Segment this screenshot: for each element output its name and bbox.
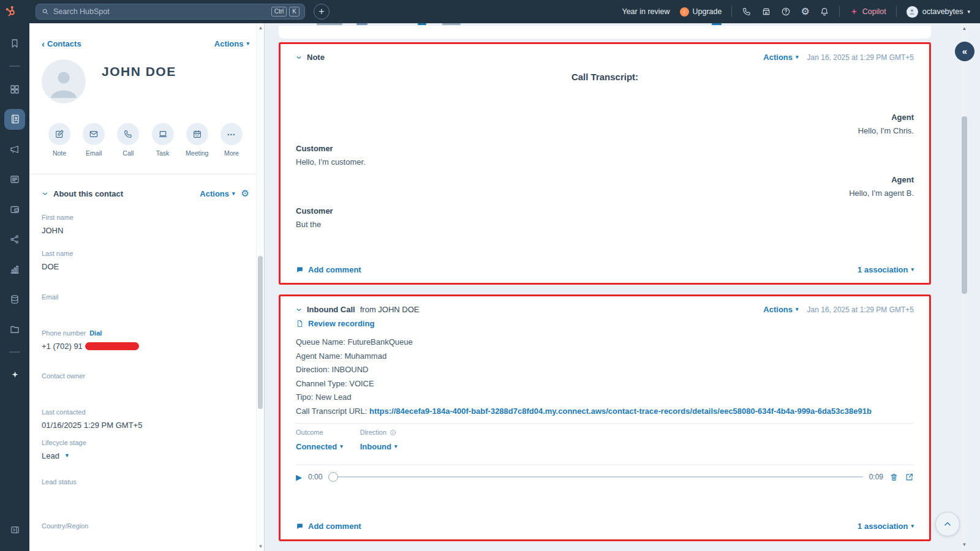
scroll-up-arrow[interactable]: ▲ <box>961 26 968 31</box>
contact-name: JOHN DOE <box>102 64 176 103</box>
marketplace-icon[interactable] <box>761 7 771 17</box>
card-divider <box>296 423 914 424</box>
seek-bar[interactable] <box>328 471 862 482</box>
quick-action-call[interactable]: Call <box>113 123 143 157</box>
chevron-down-icon: ▾ <box>232 191 235 197</box>
call-add-comment-button[interactable]: Add comment <box>296 522 361 531</box>
chevron-down-icon: ▼ <box>64 452 70 459</box>
call-detail-line: Direction: INBOUND <box>296 363 914 377</box>
chevron-down-icon: ▾ <box>796 307 799 312</box>
sidebar-item-marketing[interactable] <box>0 134 29 164</box>
email-icon <box>83 123 105 145</box>
panel-divider <box>29 174 264 174</box>
dial-link[interactable]: Dial <box>89 329 102 337</box>
sidebar-item-expand[interactable] <box>0 515 29 545</box>
call-timestamp: Jan 16, 2025 at 1:29 PM GMT+5 <box>807 305 914 314</box>
collapse-right-panel-button[interactable]: « <box>955 42 974 61</box>
settings-gear-icon[interactable]: ⚙ <box>801 7 809 17</box>
copilot-sparkle-icon <box>850 7 859 17</box>
folder-icon <box>9 324 20 335</box>
scrollbar-thumb[interactable] <box>962 116 967 294</box>
sidebar-item-bookmarks[interactable] <box>0 28 29 58</box>
scroll-up-arrow[interactable]: ▲ <box>257 25 265 31</box>
copilot-button[interactable]: Copilot <box>850 7 886 17</box>
sidebar-item-apps[interactable] <box>0 74 29 104</box>
navbar-divider <box>896 6 897 17</box>
back-to-contacts-link[interactable]: ‹ Contacts <box>42 39 81 48</box>
collapse-call-chevron[interactable] <box>296 307 302 313</box>
note-add-comment-button[interactable]: Add comment <box>296 265 361 274</box>
upgrade-link[interactable]: ↑ Upgrade <box>680 7 722 17</box>
call-detail-line: Queue Name: FutureBankQueue <box>296 335 914 350</box>
outcome-dropdown[interactable]: Connected ▾ <box>296 442 343 451</box>
collapse-note-chevron[interactable] <box>296 54 302 61</box>
transcript-title: Call Transcript: <box>296 72 914 82</box>
quick-actions-row: Note Email Call Task Meeting ⋯ More <box>42 123 249 157</box>
left-navigation-rail <box>0 23 29 551</box>
create-button[interactable]: + <box>314 4 330 20</box>
property-last-name: Last name DOE <box>42 250 249 271</box>
quick-action-task[interactable]: Task <box>148 123 178 157</box>
sidebar-item-data[interactable] <box>0 284 29 314</box>
clipped-content-fragment <box>712 23 722 25</box>
main-scrollbar[interactable]: ▲ ▼ <box>961 24 968 549</box>
sidebar-item-reporting[interactable] <box>0 254 29 284</box>
scroll-down-arrow[interactable]: ▼ <box>961 542 968 547</box>
chevron-down-icon: ▾ <box>340 444 343 449</box>
calling-icon[interactable] <box>742 7 752 17</box>
chevron-down-icon: ▾ <box>967 9 970 15</box>
review-recording-link[interactable]: Review recording <box>296 319 914 328</box>
scroll-down-arrow[interactable]: ▼ <box>257 544 265 549</box>
rail-divider <box>0 58 29 74</box>
play-button[interactable]: ▶ <box>296 473 302 482</box>
about-actions-dropdown[interactable]: Actions ▾ <box>200 189 235 198</box>
panel-scrollbar[interactable]: ▲ ▼ <box>256 23 264 551</box>
contact-actions-dropdown[interactable]: Actions ▾ <box>214 39 249 48</box>
sidebar-item-commerce[interactable] <box>0 194 29 224</box>
global-search[interactable]: Ctrl K <box>36 4 305 20</box>
call-detail-line: Channel Type: VOICE <box>296 377 914 391</box>
sidebar-item-automations[interactable] <box>0 224 29 254</box>
edit-properties-gear-icon[interactable]: ⚙ <box>241 188 249 199</box>
note-associations-dropdown[interactable]: 1 association ▾ <box>858 265 914 274</box>
seek-handle[interactable] <box>328 472 338 482</box>
bookmark-icon <box>9 38 20 49</box>
quick-action-note[interactable]: Note <box>44 123 75 157</box>
phone-icon <box>117 123 139 145</box>
direction-dropdown[interactable]: Inbound ▾ <box>360 442 398 451</box>
scrollbar-thumb[interactable] <box>258 256 263 409</box>
calendar-icon <box>186 123 208 145</box>
seek-track[interactable] <box>328 476 862 478</box>
help-icon[interactable] <box>781 7 791 17</box>
ai-sparkle-icon <box>10 370 20 380</box>
transcript-url-link[interactable]: https://84ecefa9-184a-400f-babf-3288d7c8… <box>369 407 872 416</box>
comment-icon <box>296 522 304 530</box>
clipped-content-fragment <box>317 23 342 25</box>
sidebar-item-ai[interactable] <box>0 360 29 390</box>
note-actions-dropdown[interactable]: Actions ▾ <box>763 53 798 62</box>
call-actions-dropdown[interactable]: Actions ▾ <box>763 305 798 314</box>
sidebar-item-content[interactable] <box>0 164 29 194</box>
open-recording-button[interactable] <box>905 473 914 482</box>
property-lifecycle-stage: Lifecycle stage Lead ▼ <box>42 439 249 460</box>
collapse-about-chevron[interactable] <box>42 190 48 197</box>
account-menu[interactable]: octavebytes ▾ <box>907 6 970 18</box>
quick-action-meeting[interactable]: Meeting <box>182 123 213 157</box>
clipped-content-fragment <box>418 23 426 25</box>
call-associations-dropdown[interactable]: 1 association ▾ <box>858 522 914 531</box>
scroll-to-top-button[interactable] <box>935 512 960 536</box>
delete-recording-button[interactable] <box>889 473 899 482</box>
sidebar-item-library[interactable] <box>0 314 29 344</box>
sidebar-item-contacts[interactable] <box>0 104 29 134</box>
hubspot-logo-icon[interactable] <box>0 5 21 18</box>
quick-action-more[interactable]: ⋯ More <box>216 123 247 157</box>
notifications-bell-icon[interactable] <box>820 7 829 17</box>
year-in-review-link[interactable]: Year in review <box>622 7 669 16</box>
search-input[interactable] <box>53 7 269 16</box>
comment-icon <box>296 266 304 274</box>
inbound-call-activity-card: Inbound Call from JOHN DOE Actions ▾ Jan… <box>279 294 931 541</box>
contact-avatar <box>42 59 86 103</box>
call-transcript-url-line: Call Transcript URL: https://84ecefa9-18… <box>296 405 914 419</box>
property-country-region: Country/Region <box>42 522 249 544</box>
quick-action-email[interactable]: Email <box>78 123 109 157</box>
